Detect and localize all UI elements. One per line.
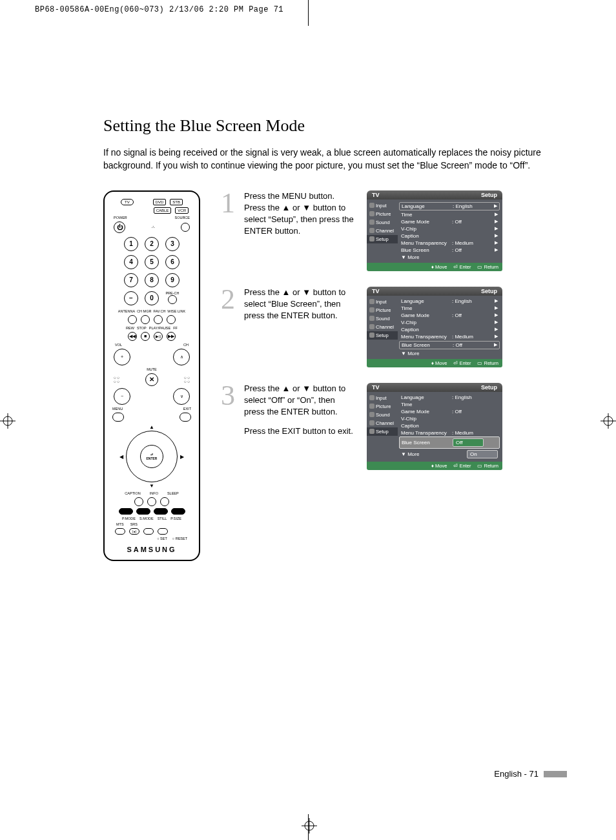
info-label: INFO — [150, 491, 158, 495]
play-label: PLAY/PAUSE — [149, 326, 170, 330]
page-content: Setting the Blue Screen Mode If no signa… — [103, 116, 568, 561]
option-on: On — [467, 450, 498, 458]
mute-label: MUTE — [147, 367, 157, 371]
psize-label: P.SIZE — [170, 517, 181, 520]
registration-mark-left — [0, 413, 15, 429]
step-1-text: Press the MENU button. Press the ▲ or ▼ … — [244, 190, 358, 238]
footer-bar — [544, 771, 567, 777]
step-1: 1 Press the MENU button. Press the ▲ or … — [218, 190, 568, 271]
rew-label: REW — [126, 326, 134, 330]
chmgr-label: CH MGR — [137, 309, 151, 313]
power-label: POWER — [114, 216, 127, 220]
page-footer: English - 71 — [494, 769, 567, 779]
step-3: 3 Press the ▲ or ▼ button to select “Off… — [218, 383, 568, 470]
exit-label: EXIT — [183, 407, 191, 411]
num-9: 9 — [165, 273, 180, 287]
osd-screenshot-3: TVSetup Input Picture Sound Channel Setu… — [367, 383, 502, 470]
step-1-number: 1 — [218, 190, 235, 216]
remote-tv-button: TV — [121, 199, 134, 205]
number-pad: 1 2 3 4 5 6 7 8 9 − 0 PRE-CH — [108, 237, 195, 305]
registration-mark-bottom — [302, 818, 317, 834]
reset-label: RESET — [176, 537, 187, 540]
favch-label: FAV.CH — [153, 309, 165, 313]
remote-cable-button: CABLE — [154, 207, 172, 214]
power-button: ⏻ — [114, 221, 125, 233]
mts-label: MTS — [116, 522, 124, 526]
srs-label: SRS — [130, 522, 138, 526]
set-label: SET — [160, 537, 167, 540]
num-1: 1 — [124, 237, 138, 251]
crop-header: BP68-00586A-00Eng(060~073) 2/13/06 2:20 … — [35, 5, 283, 14]
registration-mark-right — [601, 413, 616, 429]
stop-label: STOP — [137, 326, 147, 330]
brand-logo: SAMSUNG — [108, 546, 195, 553]
remote-dvd-button: DVD — [153, 199, 167, 205]
num-2: 2 — [145, 237, 159, 251]
page-number: English - 71 — [494, 769, 539, 779]
num-3: 3 — [165, 237, 180, 251]
play-button: ▶|| — [154, 332, 163, 341]
ff-button: ▶▶ — [167, 332, 176, 341]
step-3-text: Press the ▲ or ▼ button to select “Off” … — [244, 383, 358, 418]
still-label: STILL — [158, 517, 167, 520]
pmode-label: P.MODE — [122, 517, 136, 520]
stop-button: ■ — [141, 332, 150, 341]
ch-down-button: ∨ — [173, 388, 190, 405]
remote-stb-button: STB — [170, 199, 183, 205]
crop-mark-top — [308, 0, 309, 26]
remote-vcr-button: VCR — [175, 207, 189, 214]
nav-pad: ▲ ▼ ◀ ▶ ⏎ENTER — [119, 424, 184, 489]
num-5: 5 — [145, 255, 159, 269]
steps-column: 1 Press the MENU button. Press the ▲ or … — [218, 190, 568, 561]
ch-label: CH — [183, 343, 189, 347]
step-2-text: Press the ▲ or ▼ button to select “Blue … — [244, 287, 358, 322]
dash-button: − — [124, 291, 138, 305]
num-0: 0 — [145, 291, 159, 305]
num-6: 6 — [165, 255, 180, 269]
source-label: SOURCE — [174, 216, 190, 220]
num-7: 7 — [124, 273, 138, 287]
ff-label: FF — [173, 326, 178, 330]
osd-screenshot-1: TVSetup Input Picture Sound Channel Setu… — [367, 190, 502, 271]
prech-button — [168, 295, 177, 304]
vol-down-button: − — [114, 388, 130, 405]
vol-label: VOL — [115, 343, 122, 347]
menu-button — [112, 413, 124, 422]
enter-button: ⏎ENTER — [140, 445, 163, 468]
page-title: Setting the Blue Screen Mode — [103, 116, 568, 136]
intro-text: If no signal is being received or the si… — [103, 146, 555, 172]
num-4: 4 — [124, 255, 138, 269]
option-off: Off — [453, 438, 484, 447]
color-buttons — [108, 508, 195, 515]
caption-label: CAPTION — [125, 491, 140, 495]
remote-diagram: TV DVD STB CABLE VCR POWER SOURCE ⏻ ∴ — [103, 190, 200, 561]
antenna-label: ANTENNA — [118, 309, 135, 313]
osd-screenshot-2: TVSetup Input Picture Sound Channel Setu… — [367, 287, 502, 367]
prech-label: PRE-CH — [165, 291, 179, 295]
step-3-number: 3 — [218, 383, 235, 409]
step-3-text2: Press the EXIT button to exit. — [244, 425, 358, 437]
source-button — [181, 223, 190, 232]
step-2: 2 Press the ▲ or ▼ button to select “Blu… — [218, 287, 568, 367]
smode-label: S.MODE — [139, 517, 154, 520]
step-2-number: 2 — [218, 287, 235, 312]
menu-label: MENU — [112, 407, 123, 411]
wiselink-label: WISE LINK — [167, 309, 185, 313]
ch-up-button: ∧ — [173, 349, 190, 365]
vol-up-button: + — [114, 349, 130, 365]
sleep-label: SLEEP — [167, 491, 179, 495]
num-8: 8 — [145, 273, 159, 287]
mute-button: ✕ — [145, 373, 158, 386]
exit-button — [180, 413, 191, 422]
rew-button: ◀◀ — [128, 332, 137, 341]
